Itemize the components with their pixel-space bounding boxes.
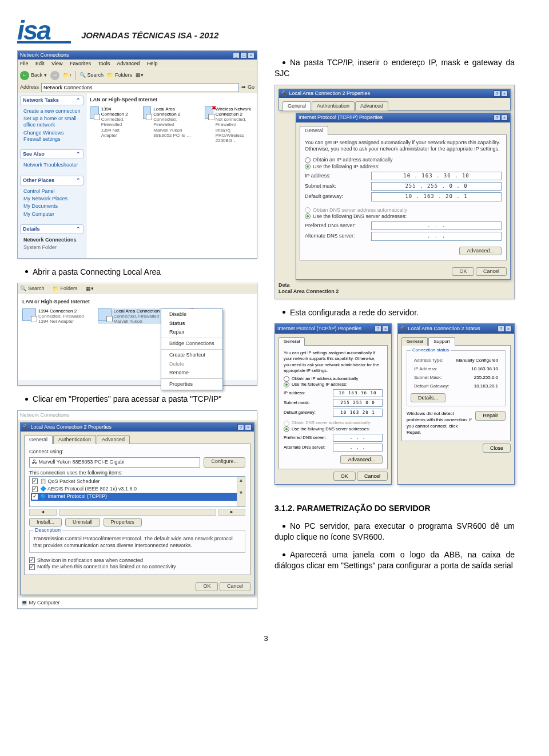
sidebar-link[interactable]: Change Windows Firewall settings [23,130,82,143]
menu-help[interactable]: Help [147,61,158,66]
views-button[interactable]: ▦▾ [136,72,144,78]
advanced-button[interactable]: Advanced... [459,247,502,255]
radio-manual-dns[interactable]: Use the following DNS server addresses: [313,213,407,219]
tab-support[interactable]: Support [428,337,455,346]
gw-input[interactable]: 10 163 20 1 [333,409,383,417]
ip-input[interactable]: 10 163 36 10 [333,389,383,397]
search-button[interactable]: 🔍 Search [79,72,104,78]
dialog-controls[interactable]: ?× [493,90,508,97]
chk-notify[interactable]: Notify me when this connection has limit… [37,564,176,569]
menu-advanced[interactable]: Advanced [117,61,140,66]
sidebar-details[interactable]: Details⌃ [20,224,83,234]
menu-view[interactable]: View [51,61,62,66]
connection-item[interactable]: 1394 Connection 2Connected, Firewalled13… [22,308,84,324]
menu-file[interactable]: File [20,61,29,66]
sidebar-link[interactable]: Create a new connection [23,108,82,114]
desktop-icon[interactable]: 💻 My Computer [18,597,257,608]
adns-input[interactable]: . . . [333,444,383,452]
gw-input[interactable]: 10 . 163 . 20 . 1 [371,192,502,201]
ctx-status[interactable]: Status [161,319,222,328]
sidebar-other-places[interactable]: Other Places⌃ [20,176,83,185]
menubar[interactable]: File Edit View Favorites Tools Advanced … [18,60,257,68]
configure-button[interactable]: Configure... [204,457,245,467]
ctx-properties[interactable]: Properties [161,380,222,389]
views-button[interactable]: ▦▾ [86,286,94,292]
go-button[interactable]: ➡ Go [241,84,254,90]
back-button[interactable]: ←Back ▾ [20,71,47,80]
properties-button[interactable]: Properties [104,518,142,527]
sidebar-see-also[interactable]: See Also⌃ [20,149,83,159]
search-button[interactable]: 🔍 Search [20,286,45,292]
pdns-input[interactable]: . . . [371,221,502,230]
ctx-repair[interactable]: Repair [161,328,222,337]
repair-button[interactable]: Repair [475,411,506,420]
menu-edit[interactable]: Edit [35,61,45,66]
dialog-controls[interactable]: ?× [374,325,389,332]
connection-item-selected[interactable]: Local Area Connection 2Connected, Firewa… [98,308,164,324]
sidebar-link[interactable]: My Documents [23,203,82,209]
context-menu[interactable]: Disable Status Repair Bridge Connections… [161,308,223,390]
ok-button[interactable]: OK [333,472,356,481]
mask-input[interactable]: 255 255 0 0 [333,399,383,407]
advanced-button[interactable]: Advanced... [340,455,383,464]
tab-adv[interactable]: Advanced [355,101,388,110]
window-controls[interactable]: _□× [232,52,254,58]
ctx-rename[interactable]: Rename [161,369,222,377]
radio-manual-ip[interactable]: Use the following IP address: [292,382,347,387]
menu-favorites[interactable]: Favorites [70,61,91,66]
tab-general[interactable]: General [283,101,311,110]
ok-button[interactable]: OK [196,582,218,591]
mask-input[interactable]: 255 . 255 . 0 . 0 [371,182,502,191]
dialog-controls[interactable]: ?× [237,424,252,430]
tab-general[interactable]: General [401,337,428,346]
tab-adv[interactable]: Advanced [97,435,130,444]
outer-tabs[interactable]: General Authentication Advanced [283,101,507,110]
tab-general[interactable]: General [279,337,305,346]
ip-input[interactable]: 10 . 163 . 36 . 10 [371,172,502,180]
connection-item[interactable]: 1394 Connection 2Connected, Firewalled13… [90,106,129,143]
dialog-controls[interactable]: ?× [497,325,512,332]
tab-auth[interactable]: Authentication [53,435,96,444]
folders-button[interactable]: 📁 Folders [53,286,78,292]
cancel-button[interactable]: Cancel [220,582,250,591]
adns-input[interactable]: . . . [371,232,502,240]
forward-button[interactable]: → [50,71,59,80]
cancel-button[interactable]: Cancel [357,472,388,481]
chk-show-icon[interactable]: Show icon in notification area when conn… [37,557,143,563]
sidebar-link[interactable]: Control Panel [23,188,82,195]
sidebar-network-tasks[interactable]: Network Tasks⌃ [20,96,83,105]
address-bar[interactable]: Address ➡ Go [18,82,257,93]
install-button[interactable]: Install... [29,518,62,527]
ok-button[interactable]: OK [452,267,474,276]
status-tabs[interactable]: General Support [401,337,511,346]
menu-tools[interactable]: Tools [98,61,110,66]
ctx-disable[interactable]: Disable [161,310,222,319]
cancel-button[interactable]: Cancel [476,267,507,276]
radio-manual-ip[interactable]: Use the following IP address: [313,164,379,169]
dialog-tabs[interactable]: General Authentication Advanced [24,435,250,444]
dialog-controls[interactable]: ?× [493,114,508,121]
ctx-shortcut[interactable]: Create Shortcut [161,351,222,359]
address-input[interactable] [41,83,239,92]
tab-general[interactable]: General [24,435,53,444]
folders-button[interactable]: 📁 Folders [107,72,132,78]
details-button[interactable]: Details... [411,393,445,402]
close-button[interactable]: Close [483,444,511,453]
items-listbox[interactable]: ▲▼ 📋 QoS Packet Scheduler 🔷 AEGIS Protoc… [29,476,245,507]
radio-auto-ip[interactable]: Obtain an IP address automatically [313,157,392,163]
uninstall-button[interactable]: Uninstall [65,518,100,527]
toolbar[interactable]: ←Back ▾ → 📁↑ 🔍 Search 📁 Folders ▦▾ [18,69,257,82]
connection-item[interactable]: ✖ Wireless Network Connection 2Not conne… [205,106,253,143]
connection-item[interactable]: Local Area Connection 2Connected, Firewa… [143,106,192,143]
sidebar-link[interactable]: My Computer [23,211,82,217]
tab-auth[interactable]: Authentication [312,101,355,110]
folders-bar[interactable]: 🔍 Search 📁 Folders ▦▾ [18,283,257,294]
sidebar-link[interactable]: Network Troubleshooter [23,162,82,168]
sidebar-link[interactable]: My Network Places [23,196,82,202]
up-button[interactable]: 📁↑ [63,72,72,78]
radio-auto-ip[interactable]: Obtain an IP address automatically [292,376,358,381]
radio-manual-dns[interactable]: Use the following DNS server addresses: [292,426,370,432]
pdns-input[interactable]: . . . [333,434,383,442]
tab-general[interactable]: General [300,126,328,135]
ctx-bridge[interactable]: Bridge Connections [161,339,222,348]
